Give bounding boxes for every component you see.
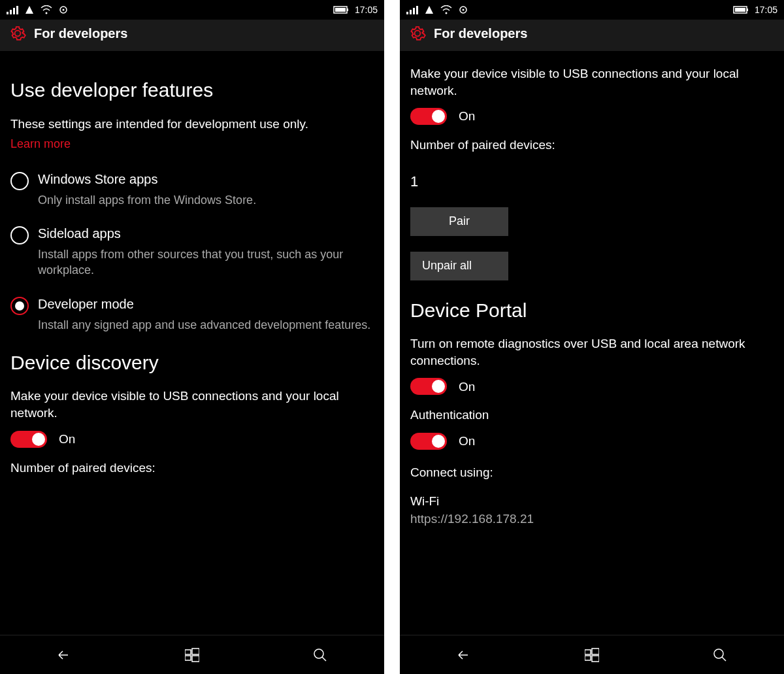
svg-rect-11 xyxy=(185,650,191,654)
toggle-state-label: On xyxy=(59,431,75,448)
svg-rect-26 xyxy=(735,8,745,12)
svg-rect-1 xyxy=(10,10,12,14)
content-area[interactable]: Use developer features These settings ar… xyxy=(0,51,384,635)
radio-label: Windows Store apps xyxy=(38,171,256,188)
svg-rect-29 xyxy=(585,656,591,660)
gear-icon xyxy=(9,25,26,42)
svg-rect-28 xyxy=(592,649,599,654)
svg-marker-4 xyxy=(25,6,33,14)
svg-rect-19 xyxy=(416,6,418,14)
paired-devices-label: Number of paired devices: xyxy=(410,137,774,154)
triangle-icon xyxy=(25,5,34,14)
paired-devices-label: Number of paired devices: xyxy=(10,460,374,477)
wifi-icon xyxy=(41,5,52,14)
connect-url: https://192.168.178.21 xyxy=(410,511,774,528)
start-button[interactable] xyxy=(583,646,601,664)
page-header: For developers xyxy=(400,20,784,51)
nav-bar xyxy=(0,635,384,674)
back-button[interactable] xyxy=(55,646,73,664)
phone-screen-right: 17:05 For developers Make your device vi… xyxy=(400,0,784,674)
toggle-state-label: On xyxy=(459,108,475,125)
authentication-toggle[interactable] xyxy=(410,433,447,450)
svg-rect-10 xyxy=(335,8,346,12)
device-portal-desc: Turn on remote diagnostics over USB and … xyxy=(410,335,774,369)
svg-marker-20 xyxy=(425,6,433,14)
toggle-state-label: On xyxy=(459,433,475,450)
connect-using-label: Connect using: xyxy=(410,464,774,481)
back-button[interactable] xyxy=(455,646,473,664)
radio-desc: Install apps from other sources that you… xyxy=(38,246,374,278)
radio-developer-mode[interactable]: Developer mode Install any signed app an… xyxy=(10,295,374,333)
status-bar: 17:05 xyxy=(0,0,384,20)
svg-point-15 xyxy=(314,649,323,658)
radio-label: Sideload apps xyxy=(38,225,374,243)
developer-mode-radio-group: Windows Store apps Only install apps fro… xyxy=(10,171,374,333)
triangle-icon xyxy=(425,5,434,14)
svg-rect-18 xyxy=(413,8,415,14)
svg-rect-3 xyxy=(16,6,18,14)
gear-icon xyxy=(409,25,426,42)
radio-sideload-apps[interactable]: Sideload apps Install apps from other so… xyxy=(10,225,374,278)
svg-rect-12 xyxy=(192,649,199,654)
toggle-state-label: On xyxy=(459,379,475,396)
page-header: For developers xyxy=(0,20,384,51)
device-portal-toggle[interactable] xyxy=(410,378,447,395)
pair-button[interactable]: Pair xyxy=(410,207,508,236)
svg-rect-14 xyxy=(192,656,199,662)
radio-icon-selected xyxy=(10,297,29,315)
svg-rect-27 xyxy=(585,650,591,654)
section-title-device-discovery: Device discovery xyxy=(10,350,374,377)
radio-desc: Install any signed app and use advanced … xyxy=(38,317,370,333)
location-icon xyxy=(59,5,68,14)
radio-desc: Only install apps from the Windows Store… xyxy=(38,192,256,208)
radio-icon xyxy=(10,226,29,244)
svg-rect-17 xyxy=(410,10,412,14)
search-button[interactable] xyxy=(711,646,729,664)
start-button[interactable] xyxy=(183,646,201,664)
location-icon xyxy=(459,5,468,14)
status-bar: 17:05 xyxy=(400,0,784,20)
authentication-label: Authentication xyxy=(410,407,774,424)
svg-rect-16 xyxy=(406,12,408,14)
battery-icon xyxy=(732,5,749,14)
status-time: 17:05 xyxy=(755,5,777,15)
svg-rect-2 xyxy=(13,8,15,14)
radio-windows-store-apps[interactable]: Windows Store apps Only install apps fro… xyxy=(10,171,374,208)
radio-label: Developer mode xyxy=(38,295,370,313)
svg-rect-9 xyxy=(347,8,348,11)
device-discovery-desc: Make your device visible to USB connecti… xyxy=(410,65,774,99)
svg-rect-13 xyxy=(185,656,191,660)
svg-point-21 xyxy=(446,12,448,14)
svg-rect-30 xyxy=(592,656,599,662)
wifi-icon xyxy=(440,5,452,14)
content-area[interactable]: Make your device visible to USB connecti… xyxy=(400,51,784,635)
svg-rect-0 xyxy=(7,12,8,14)
learn-more-link[interactable]: Learn more xyxy=(10,136,71,152)
battery-charging-icon xyxy=(333,5,350,14)
device-discovery-toggle[interactable] xyxy=(410,108,447,125)
section-desc: These settings are intended for developm… xyxy=(10,116,374,133)
svg-point-23 xyxy=(463,9,465,11)
nav-bar xyxy=(400,635,784,674)
svg-point-31 xyxy=(714,649,723,658)
phone-screen-left: 17:05 For developers Use developer featu… xyxy=(0,0,384,674)
device-discovery-toggle[interactable] xyxy=(10,431,47,448)
radio-icon xyxy=(10,172,29,190)
signal-icon xyxy=(7,5,18,14)
section-title-device-portal: Device Portal xyxy=(410,297,774,324)
svg-rect-25 xyxy=(747,8,748,11)
svg-point-5 xyxy=(46,12,48,14)
device-discovery-desc: Make your device visible to USB connecti… xyxy=(10,388,374,421)
svg-point-7 xyxy=(63,9,65,11)
unpair-all-button[interactable]: Unpair all xyxy=(410,252,508,280)
status-time: 17:05 xyxy=(355,5,378,15)
section-title-developer-features: Use developer features xyxy=(10,77,374,104)
page-title: For developers xyxy=(434,26,527,41)
signal-icon xyxy=(406,5,418,14)
paired-devices-count: 1 xyxy=(410,172,774,192)
page-title: For developers xyxy=(34,26,127,41)
search-button[interactable] xyxy=(311,646,329,664)
connect-method: Wi-Fi xyxy=(410,493,774,510)
